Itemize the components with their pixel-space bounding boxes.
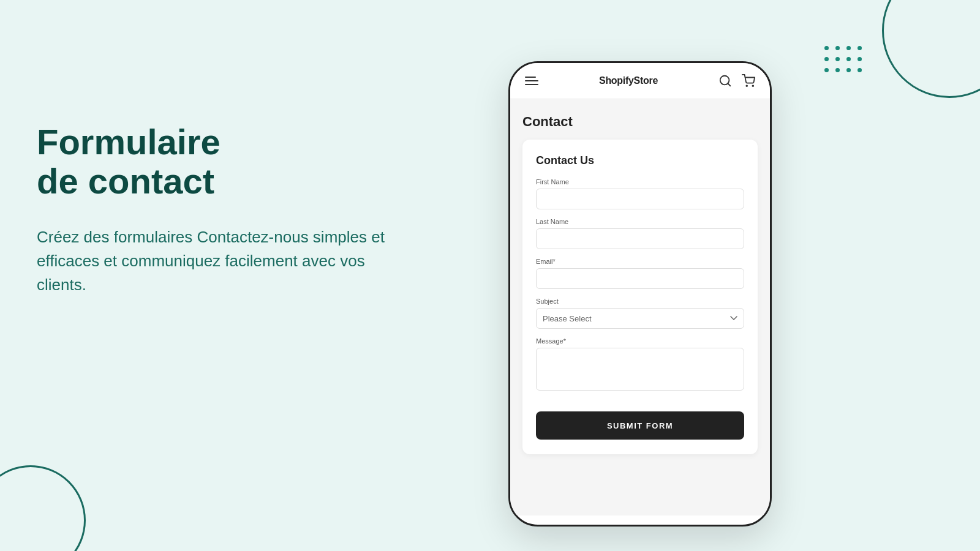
first-name-group: First Name	[536, 178, 744, 209]
phone-mockup: ShopifyStore Contact Contact Us	[508, 61, 772, 527]
first-name-input[interactable]	[536, 189, 744, 209]
left-section: Formulaire de contact Créez des formulai…	[37, 122, 392, 297]
dot	[824, 46, 829, 50]
dot	[824, 57, 829, 61]
main-heading: Formulaire de contact	[37, 122, 392, 201]
email-label: Email*	[536, 258, 744, 265]
decorative-circle-bottom-left	[0, 465, 86, 551]
form-title: Contact Us	[536, 154, 744, 167]
dot	[835, 68, 840, 72]
last-name-label: Last Name	[536, 218, 744, 225]
email-group: Email*	[536, 258, 744, 289]
menu-icon[interactable]	[525, 77, 538, 85]
svg-point-3	[752, 85, 753, 86]
dot	[846, 68, 851, 72]
svg-point-2	[746, 85, 747, 86]
dot	[846, 46, 851, 50]
last-name-input[interactable]	[536, 228, 744, 249]
dot-grid-decoration	[824, 46, 864, 74]
contact-page-title: Contact	[522, 114, 758, 130]
dot	[858, 46, 862, 50]
store-logo: ShopifyStore	[599, 75, 658, 86]
email-input[interactable]	[536, 268, 744, 289]
submit-button[interactable]: SUBMIT FORM	[536, 411, 744, 440]
subject-group: Subject Please Select General Inquiry Su…	[536, 298, 744, 329]
first-name-label: First Name	[536, 178, 744, 186]
search-icon[interactable]	[718, 74, 732, 88]
dot	[835, 46, 840, 50]
nav-icons-group	[718, 74, 755, 88]
phone-navbar: ShopifyStore	[510, 63, 770, 99]
dot	[824, 68, 829, 72]
dot	[835, 57, 840, 61]
phone-content-area: Contact Contact Us First Name Last Name …	[510, 99, 770, 515]
contact-form-card: Contact Us First Name Last Name Email*	[522, 140, 758, 454]
dot	[858, 57, 862, 61]
dot	[846, 57, 851, 61]
message-label: Message*	[536, 337, 744, 345]
last-name-group: Last Name	[536, 218, 744, 249]
subject-select-wrapper: Please Select General Inquiry Support Fe…	[536, 308, 744, 329]
message-textarea[interactable]	[536, 348, 744, 391]
phone-frame: ShopifyStore Contact Contact Us	[508, 61, 772, 527]
subject-label: Subject	[536, 298, 744, 305]
cart-icon[interactable]	[742, 74, 755, 88]
subtitle-text: Créez des formulaires Contactez-nous sim…	[37, 225, 392, 297]
subject-select[interactable]: Please Select General Inquiry Support Fe…	[536, 308, 744, 329]
decorative-circle-top-right	[882, 0, 980, 98]
svg-line-1	[728, 83, 730, 86]
dot	[858, 68, 862, 72]
message-group: Message*	[536, 337, 744, 393]
